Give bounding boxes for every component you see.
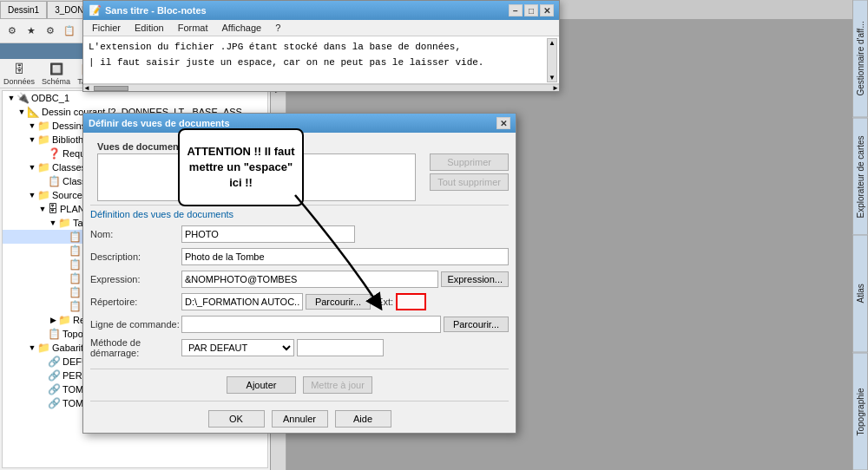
input-description[interactable] [181, 248, 509, 265]
classes-folder-icon: 📁 [37, 161, 50, 173]
label-ligne: Ligne de commande: [90, 319, 181, 330]
form-row-ligne: Ligne de commande: Parcourir... [90, 315, 509, 334]
tool-donnees[interactable]: 🗄 Données [3, 61, 35, 86]
select-methode[interactable]: PAR DEFAUT [181, 339, 294, 356]
tool-schema[interactable]: 🔲 Schéma [42, 61, 70, 86]
tombes-link-icon: 🔗 [48, 383, 61, 395]
perpetuite-link-icon: 🔗 [48, 369, 61, 382]
tombes-nb-table-icon: 📋 [69, 272, 82, 284]
notepad-text[interactable]: L'extension du fichier .JPG étant stocké… [83, 36, 559, 84]
gabarits-folder-icon: 📁 [37, 342, 50, 354]
menu-fichier[interactable]: Fichier [85, 21, 128, 35]
notepad-hscroll-thumb[interactable] [94, 86, 128, 91]
input-nom[interactable] [181, 225, 355, 243]
toolbar-settings-icon[interactable]: ⚙ [3, 23, 21, 40]
section2-label: Définition des vues de documents [90, 209, 233, 219]
dialog-title: Définir des vues de documents [89, 118, 496, 128]
notepad-scroll-down[interactable]: ▼ [549, 74, 556, 82]
notepad-hscrollbar[interactable]: ◄ ► [83, 84, 559, 91]
defunts-table-icon: 📋 [69, 245, 82, 257]
menu-format[interactable]: Format [171, 21, 215, 35]
toggle-bibliotheque[interactable]: ▼ [27, 135, 37, 144]
notepad-window: 📝 Sans titre - Bloc-notes − □ ✕ Fichier … [82, 0, 560, 92]
tab-dessin1[interactable]: Dessin1 [0, 1, 47, 18]
menu-aide[interactable]: ? [268, 21, 287, 35]
tables-folder-icon: 📁 [58, 217, 71, 229]
annuler-button[interactable]: Annuler [272, 410, 328, 428]
dessins-folder-icon: 📁 [37, 120, 50, 132]
sources-folder-icon: 📁 [37, 189, 50, 201]
ajouter-button[interactable]: Ajouter [227, 376, 296, 394]
toolbar-config-icon[interactable]: ⚙ [42, 23, 59, 40]
label-expression: Expression: [90, 274, 181, 284]
toggle-gabarits[interactable]: ▼ [27, 343, 37, 352]
concession-table-icon: 📋 [69, 231, 82, 243]
dialog-form: Nom: Description: Expression: Expression… [83, 221, 516, 365]
dialog-separator-2 [90, 369, 509, 369]
toggle-dessins[interactable]: ▼ [27, 121, 37, 130]
tombes-nr-link-icon: 🔗 [48, 397, 61, 409]
parcourir-repertoire-button[interactable]: Parcourir... [306, 294, 371, 310]
form-row-description: Description: [90, 247, 509, 266]
label-description: Description: [90, 251, 181, 262]
input-expression[interactable] [181, 271, 438, 288]
schema-icon: 🔲 [47, 61, 66, 76]
toolbar-clipboard-icon[interactable]: 📋 [61, 23, 78, 40]
form-row-repertoire: Répertoire: Parcourir... Ext: [90, 292, 509, 311]
toggle-classes[interactable]: ▼ [27, 163, 37, 172]
notepad-scroll-left[interactable]: ◄ [83, 84, 90, 92]
notepad-title: Sans titre - Bloc-notes [105, 5, 507, 16]
dessin-courant-icon: 📐 [27, 106, 40, 118]
aide-button[interactable]: Aide [335, 410, 391, 428]
topologies-icon: 📋 [48, 328, 61, 340]
tree-item-odbc[interactable]: ▼ 🔌 ODBC_1 [3, 91, 267, 105]
parcourir-ligne-button[interactable]: Parcourir... [444, 317, 509, 332]
odbc-icon: 🔌 [16, 92, 30, 104]
input-ligne[interactable] [181, 316, 441, 333]
toolbar-star-icon[interactable]: ★ [23, 23, 40, 40]
tout-supprimer-button[interactable]: Tout supprimer [430, 173, 509, 191]
defunts-link-icon: 🔗 [48, 356, 61, 368]
mettre-a-jour-button[interactable]: Mettre à jour [303, 376, 372, 394]
notepad-scroll-up[interactable]: ▲ [549, 39, 556, 47]
tombes-table-icon: 📋 [69, 258, 82, 271]
input-ext[interactable] [396, 293, 426, 310]
menu-affichage[interactable]: Affichage [215, 21, 269, 35]
expression-button[interactable]: Expression... [441, 271, 509, 287]
notepad-maximize-button[interactable]: □ [524, 4, 538, 16]
toggle-sources[interactable]: ▼ [27, 191, 37, 199]
label-methode: Méthode de démarrage: [90, 337, 181, 358]
vpanel-explorateur[interactable]: Explorateur de cartes [852, 118, 868, 236]
label-ext: Ext: [371, 297, 393, 307]
input-methode-extra[interactable] [297, 339, 384, 356]
plantey-db-icon: 🗄 [48, 203, 58, 215]
toggle-requetes[interactable]: ▶ [48, 316, 58, 324]
tombes-no-table-icon: 📋 [69, 286, 82, 298]
toggle-plantey[interactable]: ▼ [37, 205, 48, 213]
notepad-scroll-right[interactable]: ► [552, 84, 559, 92]
notepad-app-icon: 📝 [89, 4, 102, 16]
bibliotheque-folder-icon: 📁 [37, 134, 50, 146]
input-repertoire[interactable] [181, 293, 303, 310]
donnees-icon: 🗄 [10, 61, 29, 76]
vpanel-topographie[interactable]: Topographie [852, 353, 868, 471]
supprimer-button[interactable]: Supprimer [430, 153, 509, 171]
vpanel-atlas[interactable]: Atlas [852, 235, 868, 353]
requete-courante-icon: ❓ [48, 147, 61, 160]
classes-non-def-icon: 📋 [48, 175, 61, 187]
form-row-expression: Expression: Expression... [90, 270, 509, 289]
form-row-nom: Nom: [90, 225, 509, 244]
toggle-dessin[interactable]: ▼ [16, 108, 27, 116]
ok-button[interactable]: OK [208, 410, 265, 428]
dialog-close-button[interactable]: ✕ [496, 117, 510, 129]
notepad-menu: Fichier Edition Format Affichage ? [83, 20, 559, 36]
notepad-close-button[interactable]: ✕ [540, 4, 554, 16]
toggle-tables[interactable]: ▼ [48, 219, 58, 227]
vpanel-gestionnaire[interactable]: Gestionnaire d'aff... [852, 0, 868, 118]
label-nom: Nom: [90, 229, 181, 239]
notepad-minimize-button[interactable]: − [509, 4, 523, 16]
attention-bubble: ATTENTION !! Il faut mettre un "espace" … [178, 128, 304, 206]
toggle-odbc[interactable]: ▼ [6, 94, 16, 102]
menu-edition[interactable]: Edition [128, 21, 171, 35]
notepad-titlebar: 📝 Sans titre - Bloc-notes − □ ✕ [83, 1, 559, 20]
